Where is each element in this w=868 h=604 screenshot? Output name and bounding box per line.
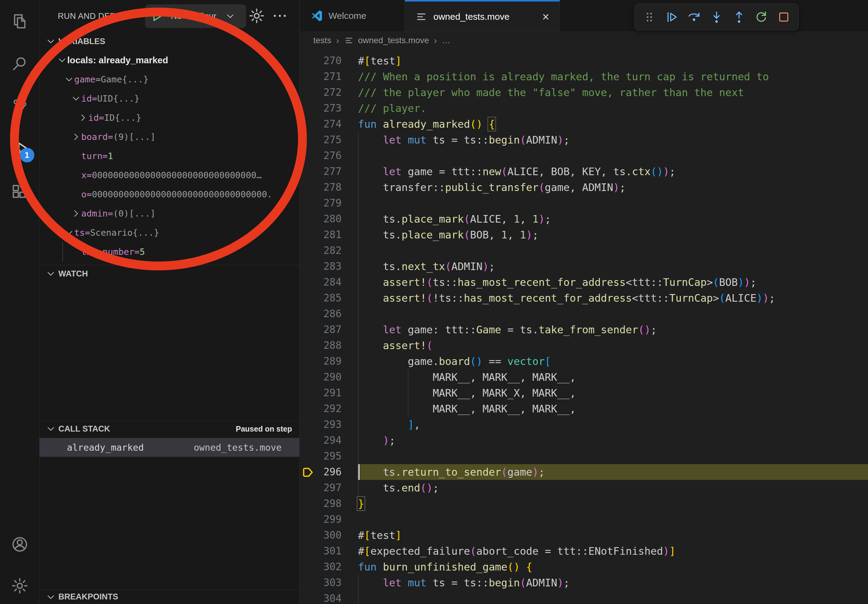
gutter-line-number[interactable]: 302 bbox=[300, 559, 341, 575]
activity-bar-item-source-control[interactable] bbox=[9, 96, 30, 117]
code-line-281[interactable]: 281 ts.place_mark(BOB, 1, 1); bbox=[300, 227, 868, 243]
gutter-line-number[interactable]: 276 bbox=[300, 148, 341, 164]
gutter-line-number[interactable]: 273 bbox=[300, 101, 341, 116]
gutter-line-number[interactable]: 270 bbox=[300, 53, 341, 69]
code-line-273[interactable]: 273/// player. bbox=[300, 101, 868, 116]
launch-configuration-dropdown[interactable]: No Configur bbox=[145, 4, 246, 28]
code-line-271[interactable]: 271/// When a position is already marked… bbox=[300, 69, 868, 85]
gutter-line-number[interactable]: 284 bbox=[300, 274, 341, 290]
continue-button[interactable] bbox=[664, 9, 680, 25]
debug-settings-gear-icon[interactable] bbox=[248, 7, 265, 24]
gutter-line-number[interactable]: 279 bbox=[300, 195, 341, 211]
gutter-line-number[interactable]: 299 bbox=[300, 511, 341, 527]
variable-row-x[interactable]: x = 0000000000000000000000000000000… bbox=[40, 166, 299, 184]
code-line-284[interactable]: 284 assert!(ts::has_most_recent_for_addr… bbox=[300, 274, 868, 290]
code-line-295[interactable]: 295 bbox=[300, 448, 868, 464]
gutter-line-number[interactable]: 300 bbox=[300, 527, 341, 543]
code-line-292[interactable]: 292 MARK__, MARK__, MARK__, bbox=[300, 401, 868, 417]
breadcrumb-item[interactable]: … bbox=[442, 36, 450, 45]
gutter-line-number[interactable]: 285 bbox=[300, 290, 341, 306]
gutter-line-number[interactable]: 281 bbox=[300, 227, 341, 243]
gutter-line-number[interactable]: 283 bbox=[300, 259, 341, 274]
gutter-line-number[interactable]: 294 bbox=[300, 432, 341, 448]
code-line-275[interactable]: 275 let mut ts = ts::begin(ADMIN); bbox=[300, 132, 868, 148]
gutter-line-number[interactable]: 292 bbox=[300, 401, 341, 417]
code-line-290[interactable]: 290 MARK__, MARK__, MARK__, bbox=[300, 369, 868, 385]
call-stack-section-header[interactable]: CALL STACK Paused on step bbox=[40, 421, 299, 437]
variable-row-o[interactable]: o = 000000000000000000000000000000000. bbox=[40, 184, 299, 204]
code-line-276[interactable]: 276 bbox=[300, 148, 868, 164]
step-out-button[interactable] bbox=[731, 9, 747, 25]
code-line-293[interactable]: 293 ], bbox=[300, 417, 868, 432]
variable-row-txn_number[interactable]: txn_number = 5 bbox=[40, 242, 299, 261]
chevron-down-icon[interactable] bbox=[57, 55, 67, 65]
activity-bar-item-extensions[interactable] bbox=[9, 181, 30, 202]
code-line-280[interactable]: 280 ts.place_mark(ALICE, 1, 1); bbox=[300, 211, 868, 227]
activity-bar-item-account[interactable] bbox=[9, 534, 30, 555]
drag-handle-button[interactable] bbox=[642, 9, 657, 25]
chevron-down-icon[interactable] bbox=[64, 74, 74, 85]
variables-scope-row[interactable]: locals: already_marked bbox=[40, 51, 299, 70]
gutter-line-number[interactable]: 277 bbox=[300, 164, 341, 180]
gutter-line-number[interactable]: 297 bbox=[300, 480, 341, 496]
gutter-line-number[interactable]: 288 bbox=[300, 338, 341, 353]
code-line-274[interactable]: 274fun already_marked() { bbox=[300, 116, 868, 132]
call-stack-frame-row[interactable]: already_marked owned_tests.move bbox=[40, 438, 299, 457]
code-editor[interactable]: 270#[test]271/// When a position is alre… bbox=[300, 49, 868, 604]
gutter-line-number[interactable]: 280 bbox=[300, 211, 341, 227]
code-line-294[interactable]: 294 ); bbox=[300, 432, 868, 448]
tab-owned-tests[interactable]: owned_tests.move× bbox=[405, 0, 560, 32]
activity-bar-item-run-and-debug[interactable]: 1 bbox=[9, 139, 30, 160]
code-line-291[interactable]: 291 MARK__, MARK_X, MARK__, bbox=[300, 385, 868, 401]
code-line-283[interactable]: 283 ts.next_tx(ADMIN); bbox=[300, 259, 868, 274]
start-debugging-play-icon[interactable] bbox=[150, 9, 164, 23]
code-line-278[interactable]: 278 transfer::public_transfer(game, ADMI… bbox=[300, 180, 868, 195]
code-line-299[interactable]: 299 bbox=[300, 511, 868, 527]
code-line-302[interactable]: 302fun burn_unfinished_game() { bbox=[300, 559, 868, 575]
variable-row-id[interactable]: id = ID{...} bbox=[40, 108, 299, 127]
gutter-line-number[interactable]: 303 bbox=[300, 575, 341, 591]
gutter-line-number[interactable]: 293 bbox=[300, 417, 341, 432]
restart-button[interactable] bbox=[753, 9, 769, 25]
variable-row-turn[interactable]: turn = 1 bbox=[40, 146, 299, 166]
code-line-272[interactable]: 272/// the player who made the "false" m… bbox=[300, 85, 868, 101]
step-into-button[interactable] bbox=[708, 9, 724, 25]
gutter-line-number[interactable]: 272 bbox=[300, 85, 341, 101]
chevron-right-icon[interactable] bbox=[71, 132, 81, 142]
gutter-line-number[interactable]: 290 bbox=[300, 369, 341, 385]
chevron-down-icon[interactable] bbox=[71, 93, 81, 104]
code-line-282[interactable]: 282 bbox=[300, 243, 868, 259]
variables-section-header[interactable]: VARIABLES bbox=[40, 33, 299, 50]
gutter-line-number[interactable]: 298 bbox=[300, 496, 341, 511]
more-actions-icon[interactable] bbox=[271, 7, 288, 24]
code-line-301[interactable]: 301#[expected_failure(abort_code = ttt::… bbox=[300, 543, 868, 559]
code-line-277[interactable]: 277 let game = ttt::new(ALICE, BOB, KEY,… bbox=[300, 164, 868, 180]
gutter-line-number[interactable]: 274 bbox=[300, 116, 341, 132]
stop-button[interactable] bbox=[776, 9, 792, 25]
breadcrumb-item[interactable]: owned_tests.move bbox=[358, 36, 429, 45]
variable-row-ts[interactable]: ts = Scenario{...} bbox=[40, 223, 299, 242]
tab-welcome[interactable]: Welcome bbox=[300, 0, 405, 32]
code-line-270[interactable]: 270#[test] bbox=[300, 53, 868, 69]
code-line-288[interactable]: 288 assert!( bbox=[300, 338, 868, 353]
activity-bar-item-search[interactable] bbox=[9, 54, 30, 74]
code-line-286[interactable]: 286 bbox=[300, 306, 868, 322]
gutter-line-number[interactable]: 282 bbox=[300, 243, 341, 259]
variable-row-board[interactable]: board = (9)[...] bbox=[40, 127, 299, 146]
code-line-289[interactable]: 289 game.board() == vector[ bbox=[300, 353, 868, 369]
gutter-line-number[interactable]: 291 bbox=[300, 385, 341, 401]
code-line-304[interactable]: 304 bbox=[300, 591, 868, 604]
breadcrumb[interactable]: tests›owned_tests.move›… bbox=[300, 32, 868, 49]
code-line-300[interactable]: 300#[test] bbox=[300, 527, 868, 543]
gutter-line-number[interactable]: 286 bbox=[300, 306, 341, 322]
breakpoints-section-header[interactable]: BREAKPOINTS bbox=[40, 590, 299, 604]
chevron-right-icon[interactable] bbox=[78, 113, 88, 123]
code-line-303[interactable]: 303 let mut ts = ts::begin(ADMIN); bbox=[300, 575, 868, 591]
gutter-line-number[interactable]: 301 bbox=[300, 543, 341, 559]
gutter-line-number[interactable]: 271 bbox=[300, 69, 341, 85]
code-line-298[interactable]: 298} bbox=[300, 496, 868, 511]
variable-row-id[interactable]: id = UID{...} bbox=[40, 89, 299, 108]
code-line-297[interactable]: 297 ts.end(); bbox=[300, 480, 868, 496]
gutter-line-number[interactable]: 295 bbox=[300, 448, 341, 464]
watch-section-header[interactable]: WATCH bbox=[40, 265, 299, 282]
